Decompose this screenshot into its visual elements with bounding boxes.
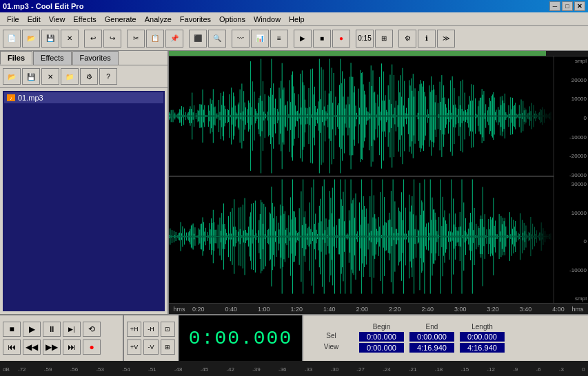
record-button[interactable]: ●: [83, 340, 101, 355]
vu-24: -24: [383, 366, 391, 373]
zoom-out-v-button[interactable]: -V: [143, 340, 158, 355]
goto-start-button[interactable]: ⏮: [3, 340, 21, 355]
vu-59: -59: [44, 366, 52, 373]
zoom-in-h-button[interactable]: +H: [127, 322, 141, 337]
menu-view[interactable]: View: [45, 14, 70, 25]
waveform-area[interactable]: smpl 20000 10000 0 -10000 -20000 -30000 …: [169, 51, 588, 314]
menu-window[interactable]: Window: [250, 14, 285, 25]
tb-save[interactable]: 💾: [41, 30, 59, 48]
play-to-end-button[interactable]: ▶|: [63, 322, 81, 337]
menu-help[interactable]: Help: [285, 14, 309, 25]
goto-end-button[interactable]: ⏭: [63, 340, 81, 355]
tb-select-all[interactable]: ⬛: [189, 30, 207, 48]
sel-end: 0:00.000: [409, 332, 454, 342]
waveform-channel2[interactable]: [169, 177, 551, 296]
menu-options[interactable]: Options: [215, 14, 250, 25]
ft-help[interactable]: ?: [99, 68, 117, 85]
toolbar: 📄 📂 💾 ✕ ↩ ↪ ✂ 📋 📌 ⬛ 🔍 〰 📊 ≡ ▶ ■ ● 0:15 ⊞…: [0, 26, 588, 51]
tb-new[interactable]: 📄: [3, 30, 21, 48]
tb-redo[interactable]: ↪: [103, 30, 121, 48]
waveform-main: smpl 20000 10000 0 -10000 -20000 -30000 …: [169, 56, 588, 303]
scale-channel2: 30000 10000 0 -10000 smpl: [554, 180, 588, 303]
scale-label: 0: [556, 115, 587, 121]
tb-extra[interactable]: ≫: [437, 30, 455, 48]
tab-favorites[interactable]: Favorites: [72, 51, 119, 65]
tb-time[interactable]: 0:15: [356, 30, 374, 48]
timeline-labels: 0:20 0:40 1:00 1:20 1:40 2:00 2:20 2:40 …: [190, 306, 567, 313]
timeline-left-label: hms: [169, 306, 190, 313]
tb-stop[interactable]: ■: [313, 30, 331, 48]
tb-multitrack[interactable]: ≡: [270, 30, 288, 48]
sel-row-label: Sel: [309, 332, 354, 342]
transport: ■ ▶ ⏸ ▶| ⟲ ⏮ ◀◀ ▶▶ ⏭ ●: [0, 315, 124, 361]
zoom-sel-button[interactable]: ⊡: [161, 322, 175, 337]
fast-forward-button[interactable]: ▶▶: [43, 340, 61, 355]
vu-18: -18: [435, 366, 443, 373]
menubar: File Edit View Effects Generate Analyze …: [0, 12, 588, 26]
vu-3: -3: [559, 366, 564, 373]
tb-undo[interactable]: ↩: [84, 30, 102, 48]
menu-favorites[interactable]: Favorites: [176, 14, 215, 25]
main-area: Files Effects Favorites 📂 💾 ✕ 📁 ⚙ ? ♪ 01…: [0, 51, 588, 314]
tb-open[interactable]: 📂: [22, 30, 40, 48]
info-header-row: Begin End Length: [309, 323, 582, 331]
pause-button[interactable]: ⏸: [43, 322, 61, 337]
tb-close[interactable]: ✕: [61, 30, 79, 48]
tb-waveform[interactable]: 〰: [232, 30, 250, 48]
minimize-button[interactable]: ─: [549, 1, 560, 11]
timeline-right-label: hms: [567, 306, 588, 313]
maximize-button[interactable]: □: [562, 1, 573, 11]
titlebar: 01.mp3 - Cool Edit Pro ─ □ ✕: [0, 0, 588, 12]
tab-files[interactable]: Files: [0, 51, 32, 65]
tb-cut[interactable]: ✂: [127, 30, 145, 48]
bottom-controls: ■ ▶ ⏸ ▶| ⟲ ⏮ ◀◀ ▶▶ ⏭ ● +H -H ⊡ +V -V ⊞ 0…: [0, 314, 588, 361]
menu-analyze[interactable]: Analyze: [141, 14, 176, 25]
ft-properties[interactable]: ⚙: [80, 68, 98, 85]
tb-info[interactable]: ℹ: [418, 30, 436, 48]
menu-generate[interactable]: Generate: [101, 14, 141, 25]
vu-48: -48: [174, 366, 183, 373]
tb-record[interactable]: ●: [332, 30, 350, 48]
vu-9: -9: [513, 366, 518, 373]
vu-53: -53: [96, 366, 104, 373]
menu-edit[interactable]: Edit: [23, 14, 45, 25]
waveform-channel1[interactable]: [169, 56, 551, 176]
timeline[interactable]: hms 0:20 0:40 1:00 1:20 1:40 2:00 2:20 2…: [169, 303, 588, 314]
vu-51: -51: [148, 366, 156, 373]
tb-zoom[interactable]: 🔍: [208, 30, 226, 48]
menu-effects[interactable]: Effects: [69, 14, 100, 25]
tb-settings[interactable]: ⚙: [398, 30, 416, 48]
vu-15: -15: [461, 366, 469, 373]
ft-close-file[interactable]: ✕: [41, 68, 59, 85]
ft-folder[interactable]: 📁: [61, 68, 79, 85]
close-button[interactable]: ✕: [574, 1, 585, 11]
menu-file[interactable]: File: [3, 14, 23, 25]
vu-db-label: dB: [3, 366, 17, 373]
ft-save[interactable]: 💾: [22, 68, 40, 85]
transport-row2: ⏮ ◀◀ ▶▶ ⏭ ●: [3, 340, 120, 355]
vu-0: 0: [582, 366, 585, 373]
loop-button[interactable]: ⟲: [83, 322, 101, 337]
channel-1: [169, 56, 554, 177]
tl-0:40: 0:40: [225, 306, 237, 313]
rewind-button[interactable]: ◀◀: [23, 340, 41, 355]
play-button[interactable]: ▶: [23, 322, 41, 337]
tb-copy[interactable]: 📋: [146, 30, 164, 48]
ft-open[interactable]: 📂: [3, 68, 21, 85]
zoom-out-h-button[interactable]: -H: [143, 322, 158, 337]
vu-33: -33: [305, 366, 313, 373]
tab-effects[interactable]: Effects: [33, 51, 71, 65]
waveform-canvas[interactable]: [169, 56, 554, 303]
stop-button[interactable]: ■: [3, 322, 21, 337]
tb-spectral[interactable]: 📊: [251, 30, 269, 48]
scale-channel1: smpl 20000 10000 0 -10000 -20000 -30000: [554, 56, 588, 180]
tb-paste[interactable]: 📌: [165, 30, 183, 48]
zoom-full-button[interactable]: ⊞: [161, 340, 175, 355]
tb-grid[interactable]: ⊞: [375, 30, 393, 48]
view-row-label: View: [309, 343, 354, 353]
zoom-in-v-button[interactable]: +V: [127, 340, 141, 355]
list-item[interactable]: ♪ 01.mp3: [4, 92, 163, 103]
scale-label: -10000: [556, 134, 587, 140]
tb-play[interactable]: ▶: [294, 30, 312, 48]
end-label: End: [409, 323, 454, 331]
